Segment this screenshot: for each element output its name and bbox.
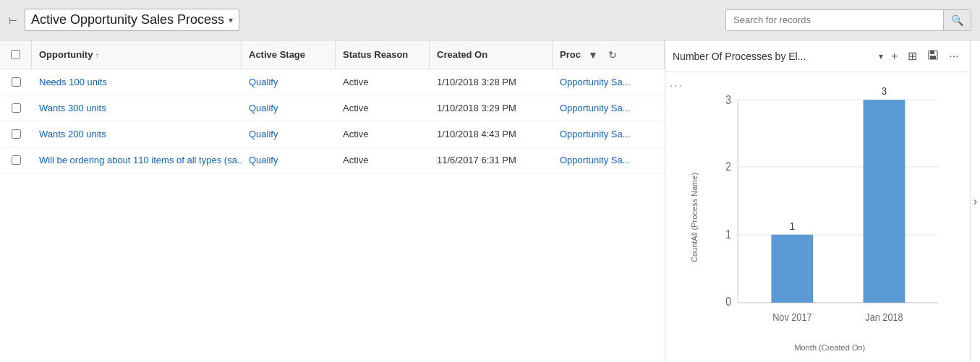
chart-more-button[interactable]: ··· [945,48,962,65]
td-created-on: 1/10/2018 3:28 PM [430,69,553,95]
td-status-reason: Active [336,69,430,95]
svg-text:1: 1 [725,228,731,241]
row-checkbox[interactable] [12,77,21,87]
svg-rect-1 [930,51,934,54]
svg-text:Jan 2018: Jan 2018 [865,311,903,323]
svg-text:3: 3 [882,85,887,97]
th-process: Proc ▼ ↻ [553,40,665,69]
th-opportunity: Opportunity ↑ [32,40,242,69]
process-link[interactable]: Opportunity Sa... [560,103,631,113]
chart-expand-button[interactable]: ⊞ [904,47,921,65]
th-opportunity-label: Opportunity [39,49,93,60]
chart-save-button[interactable] [924,47,942,66]
active-stage-link[interactable]: Qualify [249,103,278,113]
refresh-button[interactable]: ↻ [605,48,620,62]
td-active-stage: Qualify [242,95,336,121]
td-status-reason: Active [336,121,430,147]
th-process-label: Proc [560,49,581,60]
nav-pin-icon: ⊢ [9,14,17,26]
row-checkbox[interactable] [12,129,21,139]
th-status-reason-label: Status Reason [343,49,408,60]
svg-text:3: 3 [725,92,731,106]
row-checkbox-cell[interactable] [0,121,32,147]
svg-text:2: 2 [725,160,731,173]
row-checkbox-cell[interactable] [0,95,32,121]
td-process: Opportunity Sa... [553,95,665,121]
table-row: Wants 200 units Qualify Active 1/10/2018… [0,121,665,147]
active-stage-link[interactable]: Qualify [249,129,278,139]
x-axis-title: Month (Created On) [704,343,955,355]
opportunity-link[interactable]: Will be ordering about 110 items of all … [39,155,242,165]
svg-text:0: 0 [725,295,731,309]
process-link[interactable]: Opportunity Sa... [560,77,631,87]
chart-dots-handle[interactable]: ⋮ [665,79,684,355]
search-box: 🔍 [725,9,971,31]
table-panel: Opportunity ↑ Active Stage Status Reason… [0,40,665,362]
td-process: Opportunity Sa... [553,69,665,95]
table-row: Wants 300 units Qualify Active 1/10/2018… [0,95,665,121]
chart-toolbar: + ⊞ ··· [887,47,963,66]
td-active-stage: Qualify [242,69,336,95]
right-scroll-arrow[interactable]: › [970,40,980,362]
opportunity-link[interactable]: Wants 300 units [39,103,106,113]
td-opportunity: Needs 100 units [32,69,242,95]
row-checkbox[interactable] [12,103,21,113]
bar-jan2018[interactable] [864,100,906,303]
chart-panel: Number Of Processes by El... ▾ + ⊞ ··· ⋮… [665,40,970,362]
th-created-on-label: Created On [437,49,487,60]
y-axis-label-container: CountAll (Process Name) [684,79,704,355]
td-created-on: 1/10/2018 3:29 PM [430,95,553,121]
svg-text:1: 1 [790,220,795,232]
process-link[interactable]: Opportunity Sa... [560,129,631,139]
select-all-checkbox[interactable] [11,50,20,59]
opportunity-link[interactable]: Wants 200 units [39,129,106,139]
chart-area: ⋮ CountAll (Process Name) 0 1 [665,72,970,362]
row-checkbox-cell[interactable] [0,147,32,173]
chart-header: Number Of Processes by El... ▾ + ⊞ ··· [665,40,970,72]
chart-svg: 0 1 2 3 1 [704,79,955,343]
chart-plot: 0 1 2 3 1 [704,79,955,343]
th-active-stage-label: Active Stage [249,49,305,60]
th-created-on: Created On [430,40,553,69]
process-link[interactable]: Opportunity Sa... [560,155,631,165]
search-input[interactable] [726,10,943,30]
td-opportunity: Will be ordering about 110 items of all … [32,147,242,173]
page-title: Active Opportunity Sales Process [31,12,224,27]
table-row: Needs 100 units Qualify Active 1/10/2018… [0,69,665,95]
chart-add-button[interactable]: + [887,48,901,65]
search-button[interactable]: 🔍 [943,10,971,30]
td-status-reason: Active [336,95,430,121]
table-header: Opportunity ↑ Active Stage Status Reason… [0,40,665,69]
td-process: Opportunity Sa... [553,121,665,147]
chart-inner: 0 1 2 3 1 [704,79,955,355]
td-active-stage: Qualify [242,147,336,173]
svg-rect-2 [930,56,936,59]
th-status-reason: Status Reason [336,40,430,69]
td-active-stage: Qualify [242,121,336,147]
td-process: Opportunity Sa... [553,147,665,173]
td-opportunity: Wants 200 units [32,121,242,147]
bar-nov2017[interactable] [771,235,813,303]
header-bar: ⊢ Active Opportunity Sales Process ▾ 🔍 [0,0,980,40]
save-icon [927,49,939,61]
filter-button[interactable]: ▼ [585,48,601,62]
chart-title-chevron-icon: ▾ [879,51,883,61]
select-all-checkbox-cell[interactable] [0,40,32,69]
title-chevron-icon: ▾ [229,15,233,25]
table-row: Will be ordering about 110 items of all … [0,147,665,173]
title-box[interactable]: Active Opportunity Sales Process ▾ [25,9,239,31]
opportunity-link[interactable]: Needs 100 units [39,77,107,87]
active-stage-link[interactable]: Qualify [249,155,278,165]
main-content: Opportunity ↑ Active Stage Status Reason… [0,40,980,362]
row-checkbox[interactable] [12,155,21,165]
row-checkbox-cell[interactable] [0,69,32,95]
th-active-stage: Active Stage [242,40,336,69]
svg-text:Nov 2017: Nov 2017 [772,311,811,323]
table-body: Needs 100 units Qualify Active 1/10/2018… [0,69,665,362]
active-stage-link[interactable]: Qualify [249,77,278,87]
sort-icon: ↑ [93,51,99,59]
td-created-on: 1/10/2018 4:43 PM [430,121,553,147]
td-created-on: 11/6/2017 6:31 PM [430,147,553,173]
y-axis-label: CountAll (Process Name) [690,172,699,262]
td-opportunity: Wants 300 units [32,95,242,121]
